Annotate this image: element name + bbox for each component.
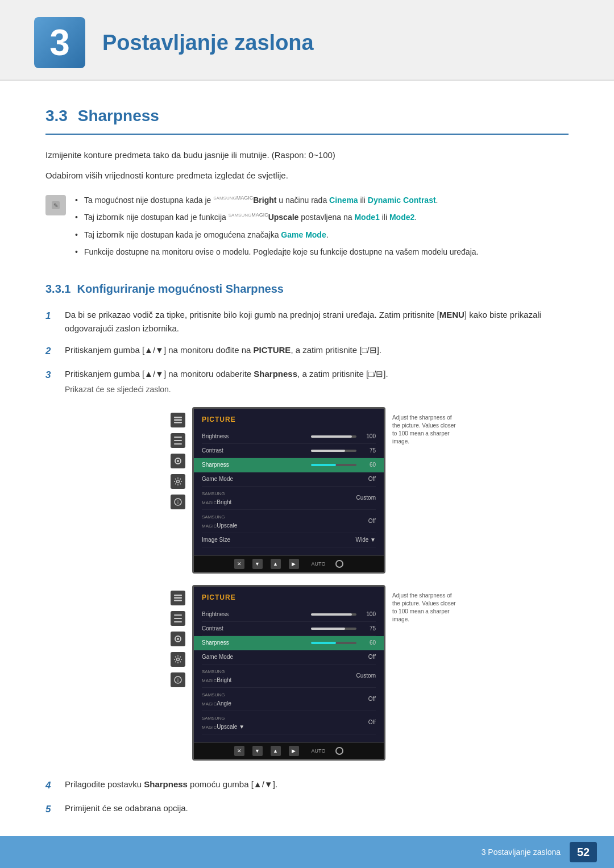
side-icons-2: i [171, 585, 185, 687]
page-footer: 3 Postavljanje zaslona 52 [0, 836, 614, 868]
main-content: 3.3 Sharpness Izmijenite konture predmet… [0, 81, 614, 851]
side-icons-1: i [171, 407, 185, 509]
screen-item-bright-2: SAMSUNGMAGICBright Custom [202, 665, 376, 688]
step-3-extra: Prikazat će se sljedeći zaslon. [65, 383, 569, 396]
side-icon-gear-2 [171, 652, 185, 667]
screen-bottom-1: ✕ ▼ ▲ ▶ AUTO [194, 555, 384, 572]
tooltip-1: Adjust the sharpness of the picture. Val… [392, 407, 460, 446]
step-1: 1 Da bi se prikazao vodič za tipke, prit… [45, 308, 569, 335]
svg-rect-14 [174, 597, 182, 599]
side-icon-gear [171, 474, 185, 489]
notes-list: Ta mogućnost nije dostupna kada je SAMSU… [75, 194, 478, 263]
monitor-screen-1: PICTURE Brightness 100 Contrast 75 [192, 407, 385, 574]
svg-point-20 [177, 638, 179, 640]
screen-item-brightness-2: Brightness 100 [202, 608, 376, 622]
side-icon-info-2: i [171, 672, 185, 687]
svg-point-10 [177, 480, 180, 483]
subsection-heading: 3.3.1 Konfiguriranje mogućnosti Sharpnes… [45, 280, 569, 298]
screen-item-imagesize-1: Image Size Wide ▼ [202, 533, 376, 547]
screen-item-upscale-2: SAMSUNGMAGICUpscale ▼ Off [202, 711, 376, 734]
svg-rect-5 [174, 437, 182, 438]
screen-menu-1: PICTURE Brightness 100 Contrast 75 [194, 409, 384, 555]
screen-item-bright-1: SAMSUNGMAGICBright Custom [202, 487, 376, 510]
screen-title-1: PICTURE [202, 414, 376, 425]
note-item-3: Taj izbornik nije dostupan kada je omogu… [75, 229, 478, 241]
step-3: 3 Pritiskanjem gumba [▲/▼] na monitoru o… [45, 367, 569, 396]
svg-text:✎: ✎ [53, 202, 58, 209]
screen-menu-2: PICTURE Brightness 100 Contrast 75 [194, 587, 384, 742]
section-heading: 3.3 Sharpness [45, 103, 569, 135]
chapter-number: 3 [34, 17, 85, 68]
side-icon-cursor-2 [171, 632, 185, 646]
step-2: 2 Pritiskanjem gumba [▲/▼] na monitoru d… [45, 343, 569, 359]
note-item-4: Funkcije dostupne na monitoru ovise o mo… [75, 246, 478, 258]
screen-title-2: PICTURE [202, 592, 376, 603]
notes-box: ✎ Ta mogućnost nije dostupna kada je SAM… [45, 194, 569, 263]
monitor-screen-2: PICTURE Brightness 100 Contrast 75 [192, 585, 385, 761]
side-icon-lines [171, 433, 185, 448]
svg-rect-13 [174, 595, 182, 596]
side-icon-menu-2 [171, 591, 185, 605]
monitor-frame-2: i PICTURE Brightness 100 Contrast [171, 585, 569, 761]
svg-rect-18 [174, 621, 182, 622]
svg-text:i: i [177, 678, 179, 683]
step-4: 4 Prilagodite postavku Sharpness pomoću … [45, 778, 569, 793]
svg-rect-16 [174, 614, 182, 616]
screen-item-gamemode-2: Game Mode Off [202, 650, 376, 665]
svg-point-9 [177, 460, 179, 462]
steps-list: 1 Da bi se prikazao vodič za tipke, prit… [45, 308, 569, 396]
screen-item-angle-2: SAMSUNGMAGICAngle Off [202, 688, 376, 711]
tooltip-2: Adjust the sharpness of the picture. Val… [392, 585, 460, 624]
note-icon: ✎ [45, 195, 66, 215]
svg-rect-2 [174, 417, 182, 418]
page-number: 52 [570, 842, 597, 862]
screen-item-sharpness-1: Sharpness 60 [194, 458, 384, 472]
svg-text:i: i [177, 500, 179, 505]
page-header: 3 Postavljanje zaslona [0, 0, 614, 81]
screen-item-upscale-1: SAMSUNGMAGICUpscale Off [202, 510, 376, 533]
side-icon-lines-2 [171, 611, 185, 626]
svg-rect-6 [174, 440, 182, 441]
intro-line1: Izmijenite konture predmeta tako da budu… [45, 148, 569, 162]
svg-point-21 [177, 658, 180, 661]
monitor-frame-1: i PICTURE Brightness 100 Contrast [171, 407, 569, 574]
screen-item-brightness-1: Brightness 100 [202, 430, 376, 444]
screen-item-gamemode-1: Game Mode Off [202, 472, 376, 487]
side-icon-info: i [171, 495, 185, 509]
side-icon-menu [171, 413, 185, 427]
svg-rect-15 [174, 600, 182, 601]
svg-rect-17 [174, 618, 182, 619]
svg-rect-7 [174, 443, 182, 445]
note-item-2: Taj izbornik nije dostupan kad je funkci… [75, 211, 478, 223]
note-item-1: Ta mogućnost nije dostupna kada je SAMSU… [75, 194, 478, 206]
steps-4-5: 4 Prilagodite postavku Sharpness pomoću … [45, 778, 569, 816]
monitor-screenshots: i PICTURE Brightness 100 Contrast [171, 407, 569, 761]
svg-rect-4 [174, 422, 182, 423]
screen-item-contrast-2: Contrast 75 [202, 622, 376, 636]
chapter-title: Postavljanje zaslona [102, 26, 314, 60]
side-icon-cursor [171, 454, 185, 468]
intro-line2: Odabirom viših vrijednosti konture predm… [45, 169, 569, 182]
svg-rect-3 [174, 419, 182, 421]
step-5: 5 Primijenit će se odabrana opcija. [45, 801, 569, 817]
screen-bottom-2: ✕ ▼ ▲ ▶ AUTO [194, 742, 384, 759]
screen-item-contrast-1: Contrast 75 [202, 444, 376, 458]
screen-item-sharpness-2: Sharpness 60 [194, 636, 384, 650]
